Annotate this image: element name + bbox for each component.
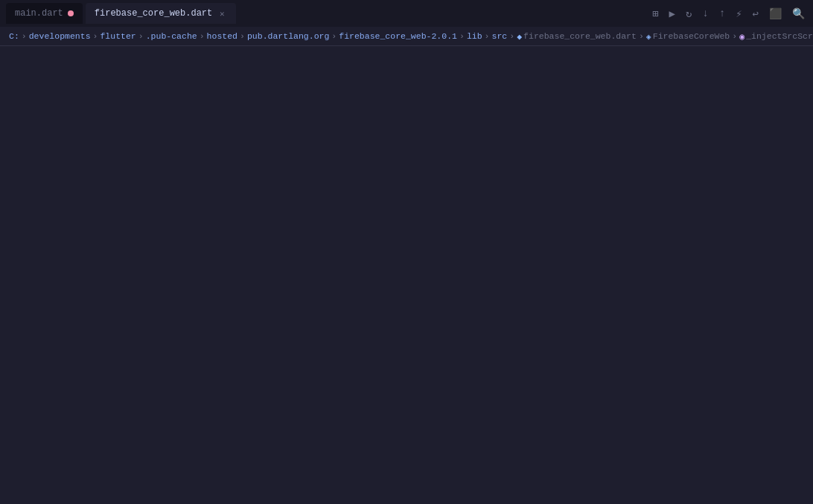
method-icon: ◉ bbox=[739, 31, 745, 42]
search-icon[interactable]: 🔍 bbox=[790, 6, 807, 22]
tab-label: firebase_core_web.dart bbox=[95, 8, 212, 19]
grid-icon[interactable]: ⊞ bbox=[650, 6, 660, 22]
code-content[interactable] bbox=[51, 46, 813, 504]
undo-icon[interactable]: ↩ bbox=[750, 6, 761, 22]
code-editor[interactable] bbox=[0, 46, 813, 504]
breadcrumb: C: › developments › flutter › .pub-cache… bbox=[0, 27, 813, 46]
modified-indicator bbox=[68, 10, 74, 16]
toolbar: ⊞ ▶ ↻ ↓ ↑ ⚡ ↩ ⬛ 🔍 bbox=[650, 6, 807, 22]
line-numbers bbox=[0, 46, 39, 504]
tab-label: main.dart bbox=[15, 8, 63, 19]
breadcrumb-file: firebase_core_web.dart bbox=[523, 31, 637, 41]
class-icon: ◈ bbox=[646, 31, 651, 42]
tab-close-button[interactable]: ✕ bbox=[217, 8, 227, 19]
breadcrumb-method: _injectSrcScript bbox=[746, 31, 813, 41]
refresh-icon[interactable]: ↻ bbox=[683, 6, 694, 22]
stop-icon[interactable]: ⬛ bbox=[767, 6, 784, 22]
play-icon[interactable]: ▶ bbox=[666, 6, 677, 22]
tab-firebase-core-web[interactable]: firebase_core_web.dart ✕ bbox=[86, 3, 236, 24]
file-icon: ◆ bbox=[517, 31, 522, 42]
title-bar: main.dart firebase_core_web.dart ✕ ⊞ ▶ ↻… bbox=[0, 0, 813, 27]
tab-main-dart[interactable]: main.dart bbox=[6, 3, 83, 24]
lightning-icon[interactable]: ⚡ bbox=[733, 6, 744, 22]
breadcrumb-class: FirebaseCoreWeb bbox=[653, 31, 730, 41]
upload-icon[interactable]: ↑ bbox=[717, 6, 727, 21]
debug-gutter bbox=[39, 46, 51, 504]
download-icon[interactable]: ↓ bbox=[700, 6, 710, 21]
